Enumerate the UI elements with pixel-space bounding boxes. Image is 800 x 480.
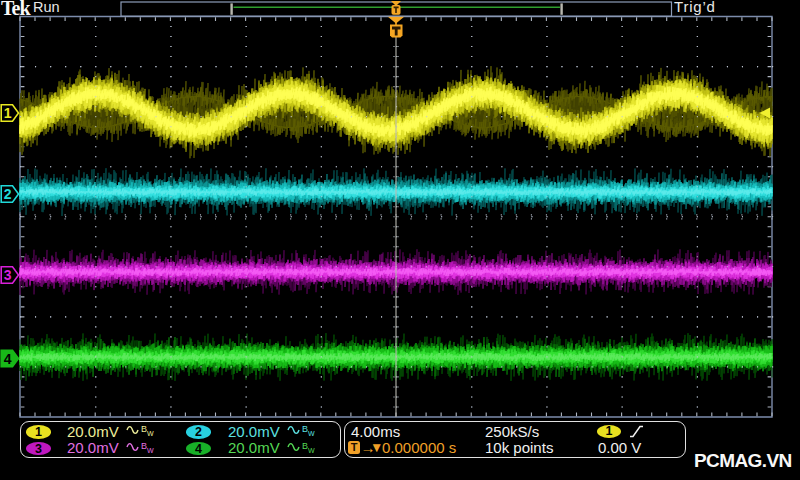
svg-text:W: W bbox=[147, 447, 154, 454]
svg-text:3: 3 bbox=[4, 267, 12, 283]
svg-text:1: 1 bbox=[4, 105, 12, 121]
svg-text:W: W bbox=[147, 430, 154, 437]
svg-text:W: W bbox=[308, 430, 315, 437]
svg-text:2: 2 bbox=[4, 186, 12, 202]
svg-text:4: 4 bbox=[4, 351, 12, 367]
svg-text:W: W bbox=[308, 447, 315, 454]
